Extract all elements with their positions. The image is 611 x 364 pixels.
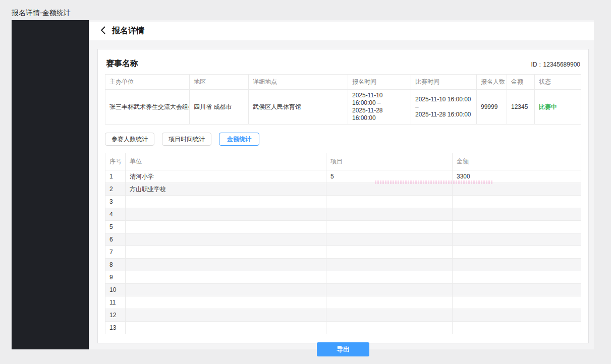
table-row: 1 清河小学 5 3300 <box>105 170 581 183</box>
chevron-left-icon <box>100 26 106 36</box>
cell-project <box>326 233 453 246</box>
table-row: 5 <box>105 221 581 233</box>
event-signup-count: 99999 <box>477 90 507 125</box>
sidebar <box>12 20 89 349</box>
cell-no: 4 <box>105 208 126 221</box>
cell-no: 3 <box>105 196 126 208</box>
cell-project <box>326 296 453 309</box>
back-button[interactable] <box>99 27 107 35</box>
event-id-label: ID： <box>531 61 543 68</box>
table-row: 12 <box>105 309 581 322</box>
event-id-value: 12345689900 <box>543 61 580 68</box>
cell-amount <box>453 196 581 208</box>
cell-unit <box>126 322 326 334</box>
cell-unit: 清河小学 <box>126 170 326 183</box>
stats-header-row: 序号 单位 项目 金额 <box>105 153 581 170</box>
event-status-badge: 比赛中 <box>535 90 581 125</box>
cell-unit <box>126 284 326 296</box>
cell-no: 13 <box>105 322 126 334</box>
cell-unit <box>126 296 326 309</box>
table-row: 10 <box>105 284 581 296</box>
cell-project <box>326 309 453 322</box>
event-table-data-row: 张三丰杯武术养生交流大会组委会 四川省 成都市 武侯区人民体育馆 2025-11… <box>105 90 581 125</box>
col-project: 项目 <box>326 153 453 170</box>
col-venue: 详细地点 <box>249 75 348 90</box>
cell-project <box>326 221 453 233</box>
event-id: ID：12345689900 <box>531 60 580 69</box>
cell-no: 11 <box>105 296 126 309</box>
table-row: 2 方山职业学校 <box>105 183 581 196</box>
table-row: 6 <box>105 233 581 246</box>
cell-no: 10 <box>105 284 126 296</box>
col-host: 主办单位 <box>105 75 190 90</box>
cell-project <box>326 196 453 208</box>
app-header: 报名详情 <box>89 22 594 40</box>
col-money: 金额 <box>453 153 581 170</box>
cell-project <box>326 259 453 271</box>
cell-amount: 3300 <box>453 170 581 183</box>
table-row: 4 <box>105 208 581 221</box>
col-region: 地区 <box>190 75 249 90</box>
cell-no: 1 <box>105 170 126 183</box>
event-region: 四川省 成都市 <box>190 90 249 125</box>
cell-no: 8 <box>105 259 126 271</box>
cell-amount <box>453 183 581 196</box>
table-row: 7 <box>105 246 581 259</box>
cell-no: 5 <box>105 221 126 233</box>
col-signup-count: 报名人数 <box>477 75 507 90</box>
cell-no: 7 <box>105 246 126 259</box>
stats-tab-button[interactable]: 金额统计 <box>219 133 259 146</box>
event-venue: 武侯区人民体育馆 <box>249 90 348 125</box>
cell-project <box>326 246 453 259</box>
table-row: 9 <box>105 271 581 284</box>
cell-amount <box>453 246 581 259</box>
cell-unit <box>126 259 326 271</box>
stats-tabs: 参赛人数统计 项目时间统计 金额统计 <box>105 133 581 146</box>
cell-project <box>326 322 453 334</box>
stats-table-wrap: 序号 单位 项目 金额 1 清河小学 5 3300 <box>105 153 581 334</box>
cell-no: 2 <box>105 183 126 196</box>
table-row: 8 <box>105 259 581 271</box>
event-info-table: 主办单位 地区 详细地点 报名时间 比赛时间 报名人数 金额 状态 张三丰杯武术… <box>105 74 581 125</box>
event-amount: 12345 <box>507 90 535 125</box>
event-name-title: 赛事名称 <box>106 58 138 69</box>
cell-unit <box>126 309 326 322</box>
table-row: 13 <box>105 322 581 334</box>
cell-amount <box>453 296 581 309</box>
cell-no: 9 <box>105 271 126 284</box>
cell-project <box>326 271 453 284</box>
col-no: 序号 <box>105 153 126 170</box>
app-window: 报名详情 赛事名称 ID：12345689900 主办单位 地区 详细地点 报名… <box>89 20 594 349</box>
cell-no: 6 <box>105 233 126 246</box>
table-row: 11 <box>105 296 581 309</box>
cell-unit <box>126 208 326 221</box>
stats-tab-button[interactable]: 参赛人数统计 <box>105 133 154 146</box>
page-title: 报名详情-金额统计 <box>12 9 71 18</box>
cell-amount <box>453 322 581 334</box>
cell-project <box>326 183 453 196</box>
cell-amount <box>453 271 581 284</box>
stats-tab-button[interactable]: 项目时间统计 <box>162 133 211 146</box>
cell-unit: 方山职业学校 <box>126 183 326 196</box>
col-status: 状态 <box>535 75 581 90</box>
col-match-time: 比赛时间 <box>411 75 477 90</box>
cell-amount <box>453 284 581 296</box>
cell-no: 12 <box>105 309 126 322</box>
event-host: 张三丰杯武术养生交流大会组委会 <box>105 90 190 125</box>
header-title: 报名详情 <box>112 26 144 36</box>
cell-amount <box>453 259 581 271</box>
col-signup-time: 报名时间 <box>348 75 411 90</box>
cell-amount <box>453 221 581 233</box>
cell-amount <box>453 208 581 221</box>
amount-stats-table: 序号 单位 项目 金额 1 清河小学 5 3300 <box>105 153 581 334</box>
cell-unit <box>126 233 326 246</box>
event-detail-card: 赛事名称 ID：12345689900 主办单位 地区 详细地点 报名时间 比赛… <box>97 49 589 343</box>
export-button[interactable]: 导出 <box>317 342 369 356</box>
col-unit: 单位 <box>126 153 326 170</box>
event-table-header-row: 主办单位 地区 详细地点 报名时间 比赛时间 报名人数 金额 状态 <box>105 75 581 90</box>
col-amount: 金额 <box>507 75 535 90</box>
cell-unit <box>126 246 326 259</box>
event-signup-time: 2025-11-10 16:00:00 – 2025-11-28 16:00:0… <box>348 90 411 125</box>
cell-amount <box>453 309 581 322</box>
cell-unit <box>126 221 326 233</box>
